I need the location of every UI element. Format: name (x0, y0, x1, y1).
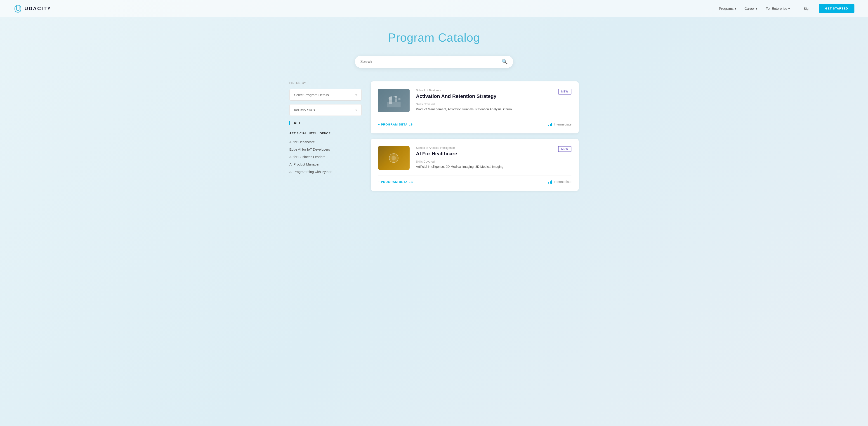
card-header-row: School of Artificial Intelligence AI For… (416, 146, 571, 160)
chevron-down-icon: ▾ (756, 6, 757, 11)
skills-text: Artificial Intelligence, 2D Medical Imag… (416, 164, 571, 169)
nav-programs[interactable]: Programs ▾ (719, 6, 737, 11)
program-details-link[interactable]: + PROGRAM DETAILS (378, 180, 413, 184)
card-info: School of Business Activation And Retent… (416, 89, 571, 112)
program-card: School of Business Activation And Retent… (371, 82, 579, 133)
card-thumbnail (378, 89, 410, 112)
bar-chart-icon (548, 123, 552, 126)
logo-text: UDACITY (24, 6, 51, 11)
card-thumbnail (378, 146, 410, 170)
bar-high (551, 180, 552, 184)
cards-area: School of Business Activation And Retent… (371, 82, 579, 196)
svg-point-3 (395, 96, 397, 99)
program-details-link[interactable]: + PROGRAM DETAILS (378, 123, 413, 126)
card-header-row: School of Business Activation And Retent… (416, 89, 571, 102)
program-details-label: Select Program Details (294, 93, 329, 97)
get-started-button[interactable]: GET STARTED (819, 4, 855, 13)
hero-section: Program Catalog (0, 17, 868, 56)
school-name: School of Artificial Intelligence (416, 146, 457, 149)
category-title: ARTIFICIAL INTELLIGENCE (289, 131, 362, 135)
bar-mid (550, 181, 551, 184)
nav-links: Programs ▾ Career ▾ For Enterprise ▾ (719, 6, 790, 11)
skills-text: Product Management, Activation Funnels, … (416, 107, 571, 112)
search-container: 🔍 (0, 56, 868, 82)
bar-low (548, 182, 549, 184)
card-title: Activation And Retention Strategy (416, 93, 496, 99)
page-title: Program Catalog (0, 31, 868, 44)
bar-mid (550, 124, 551, 126)
industry-skills-label: Industry Skills (294, 108, 315, 112)
ai-thumbnail-graphic (385, 150, 403, 166)
card-info: School of Artificial Intelligence AI For… (416, 146, 571, 170)
sidebar: FILTER BY Select Program Details ▾ Indus… (289, 82, 362, 196)
list-item[interactable]: AI Programming with Python (289, 168, 362, 176)
skills-label: Skills Covered (416, 160, 571, 163)
svg-rect-4 (395, 99, 397, 102)
main-content: FILTER BY Select Program Details ▾ Indus… (276, 82, 592, 210)
list-item[interactable]: AI Product Manager (289, 160, 362, 168)
all-filter[interactable]: ALL (289, 121, 362, 125)
chevron-down-icon: ▾ (788, 6, 790, 11)
all-label: ALL (293, 121, 301, 125)
nav-enterprise[interactable]: For Enterprise ▾ (766, 6, 790, 11)
level-badge: Intermediate (548, 180, 571, 184)
program-details-dropdown[interactable]: Select Program Details ▾ (289, 89, 362, 101)
new-badge: NEW (558, 89, 571, 94)
program-card: School of Artificial Intelligence AI For… (371, 139, 579, 191)
chevron-down-icon: ▾ (355, 108, 357, 112)
level-text: Intermediate (554, 180, 571, 184)
navbar: UDACITY Programs ▾ Career ▾ For Enterpri… (0, 0, 868, 17)
thumbnail-business (378, 89, 410, 112)
thumbnail-ai (378, 146, 410, 170)
chevron-down-icon: ▾ (735, 6, 737, 11)
nav-career[interactable]: Career ▾ (745, 6, 758, 11)
search-input[interactable] (360, 60, 502, 64)
industry-skills-dropdown[interactable]: Industry Skills ▾ (289, 104, 362, 116)
new-badge: NEW (558, 146, 571, 152)
list-item[interactable]: AI for Healthcare (289, 138, 362, 146)
udacity-logo-icon (13, 4, 22, 13)
skills-label: Skills Covered (416, 102, 571, 106)
bar-chart-icon (548, 180, 552, 184)
svg-rect-2 (389, 100, 392, 104)
list-item[interactable]: Edge AI for IoT Developers (289, 146, 362, 153)
search-icon[interactable]: 🔍 (502, 59, 508, 65)
svg-point-1 (389, 96, 392, 100)
svg-point-5 (398, 98, 401, 100)
level-badge: Intermediate (548, 123, 571, 126)
sign-in-link[interactable]: Sign In (804, 6, 814, 10)
level-text: Intermediate (554, 123, 571, 126)
card-footer: + PROGRAM DETAILS Intermediate (378, 175, 571, 184)
list-item[interactable]: AI for Business Leaders (289, 153, 362, 160)
chevron-down-icon: ▾ (355, 93, 357, 97)
card-footer: + PROGRAM DETAILS Intermediate (378, 118, 571, 126)
card-top: School of Business Activation And Retent… (378, 89, 571, 112)
school-name: School of Business (416, 89, 496, 92)
filter-label: FILTER BY (289, 82, 362, 85)
search-box: 🔍 (355, 56, 513, 68)
logo-area[interactable]: UDACITY (13, 4, 51, 13)
category-section: ARTIFICIAL INTELLIGENCE AI for Healthcar… (289, 131, 362, 176)
bar-low (548, 125, 549, 126)
card-title: AI For Healthcare (416, 151, 457, 157)
bar-high (551, 123, 552, 126)
card-top: School of Artificial Intelligence AI For… (378, 146, 571, 170)
business-thumbnail-graphic (385, 93, 403, 109)
